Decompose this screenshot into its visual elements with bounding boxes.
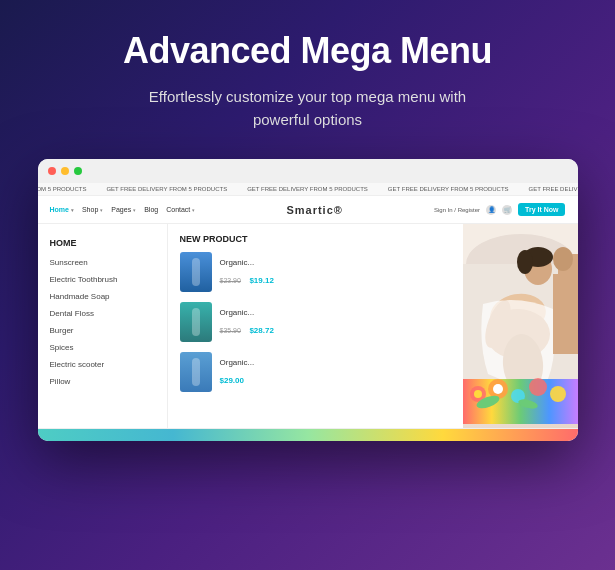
product-name-3: Organic... bbox=[220, 358, 255, 367]
nav-item-blog[interactable]: Blog bbox=[144, 206, 158, 213]
bottom-strip bbox=[38, 429, 578, 441]
sidebar-item-pillow[interactable]: Pillow bbox=[38, 373, 167, 390]
announcement-bar: GET FREE DELIVERY FROM 5 PRODUCTS GET FR… bbox=[38, 183, 578, 196]
product-pricing-2: $35.90 $28.72 bbox=[220, 319, 274, 337]
main-nav: Home ▾ Shop ▾ Pages ▾ Blog Contact ▾ Sma… bbox=[38, 196, 578, 224]
product-pricing-3: $29.00 bbox=[220, 369, 255, 387]
sidebar-item-spices[interactable]: Spices bbox=[38, 339, 167, 356]
product-new-price-1: $19.12 bbox=[249, 276, 273, 285]
product-image-3 bbox=[180, 352, 212, 392]
featured-image bbox=[463, 224, 578, 428]
product-image-1 bbox=[180, 252, 212, 292]
menu-featured-panel bbox=[463, 224, 578, 428]
chevron-icon: ▾ bbox=[100, 207, 103, 213]
browser-dot-yellow bbox=[61, 167, 69, 175]
product-img-shape bbox=[192, 358, 200, 386]
sign-in-link[interactable]: Sign In / Register bbox=[434, 207, 480, 213]
browser-mockup: GET FREE DELIVERY FROM 5 PRODUCTS GET FR… bbox=[38, 159, 578, 441]
menu-sidebar: HOME Sunscreen Electric Toothbrush Handm… bbox=[38, 224, 168, 428]
product-new-price-3: $29.00 bbox=[220, 376, 244, 385]
sidebar-item-sunscreen[interactable]: Sunscreen bbox=[38, 254, 167, 271]
product-old-price-1: $23.90 bbox=[220, 277, 241, 284]
product-name-1: Organic... bbox=[220, 258, 274, 267]
product-info-1: Organic... $23.90 $19.12 bbox=[220, 258, 274, 287]
nav-left: Home ▾ Shop ▾ Pages ▾ Blog Contact ▾ bbox=[50, 206, 196, 213]
announcement-text-3: GET FREE DELIVERY FROM 5 PRODUCTS bbox=[247, 186, 368, 192]
product-info-2: Organic... $35.90 $28.72 bbox=[220, 308, 274, 337]
try-button[interactable]: Try It Now bbox=[518, 203, 565, 216]
chevron-icon: ▾ bbox=[133, 207, 136, 213]
site-logo: Smartic® bbox=[286, 204, 342, 216]
cart-icon[interactable]: 🛒 bbox=[502, 205, 512, 215]
svg-rect-22 bbox=[553, 274, 578, 354]
svg-point-14 bbox=[493, 384, 503, 394]
nav-item-contact[interactable]: Contact ▾ bbox=[166, 206, 195, 213]
nav-item-pages[interactable]: Pages ▾ bbox=[111, 206, 136, 213]
mega-menu-panel: HOME Sunscreen Electric Toothbrush Handm… bbox=[38, 224, 578, 429]
nav-right: Sign In / Register 👤 🛒 Try It Now bbox=[434, 203, 565, 216]
browser-dot-red bbox=[48, 167, 56, 175]
product-info-3: Organic... $29.00 bbox=[220, 358, 255, 387]
sidebar-item-burger[interactable]: Burger bbox=[38, 322, 167, 339]
sidebar-title: HOME bbox=[38, 234, 167, 254]
svg-point-17 bbox=[550, 386, 566, 402]
announcement-text-2: GET FREE DELIVERY FROM 5 PRODUCTS bbox=[106, 186, 227, 192]
announcement-text-4: GET FREE DELIVERY FROM 5 PRODUCTS bbox=[388, 186, 509, 192]
svg-point-12 bbox=[474, 390, 482, 398]
browser-chrome bbox=[38, 159, 578, 183]
svg-point-5 bbox=[517, 250, 533, 274]
nav-item-shop[interactable]: Shop ▾ bbox=[82, 206, 103, 213]
announcement-text-1: GET FREE DELIVERY FROM 5 PRODUCTS bbox=[38, 186, 87, 192]
product-name-2: Organic... bbox=[220, 308, 274, 317]
menu-products: NEW PRODUCT Organic... $23.90 $19.12 bbox=[168, 224, 463, 428]
product-item-1[interactable]: Organic... $23.90 $19.12 bbox=[180, 252, 451, 292]
products-title: NEW PRODUCT bbox=[180, 234, 451, 244]
sidebar-item-toothbrush[interactable]: Electric Toothbrush bbox=[38, 271, 167, 288]
nav-item-home[interactable]: Home ▾ bbox=[50, 206, 74, 213]
announcement-text-5: GET FREE DELIVERY FROM 5 PRODUCTS bbox=[529, 186, 578, 192]
page-title: Advanced Mega Menu bbox=[123, 30, 492, 72]
product-old-price-2: $35.90 bbox=[220, 327, 241, 334]
svg-point-21 bbox=[553, 247, 573, 271]
chevron-icon: ▾ bbox=[192, 207, 195, 213]
product-pricing-1: $23.90 $19.12 bbox=[220, 269, 274, 287]
product-img-shape bbox=[192, 308, 200, 336]
svg-point-16 bbox=[529, 378, 547, 396]
sidebar-item-floss[interactable]: Dental Floss bbox=[38, 305, 167, 322]
hero-subtitle: Effortlessly customize your top mega men… bbox=[149, 86, 466, 131]
product-new-price-2: $28.72 bbox=[249, 326, 273, 335]
product-item-3[interactable]: Organic... $29.00 bbox=[180, 352, 451, 392]
chevron-icon: ▾ bbox=[71, 207, 74, 213]
product-img-shape bbox=[192, 258, 200, 286]
sidebar-item-soap[interactable]: Handmade Soap bbox=[38, 288, 167, 305]
product-image-2 bbox=[180, 302, 212, 342]
sidebar-item-scooter[interactable]: Electric scooter bbox=[38, 356, 167, 373]
user-icon[interactable]: 👤 bbox=[486, 205, 496, 215]
browser-dot-green bbox=[74, 167, 82, 175]
featured-person-svg bbox=[463, 224, 578, 424]
product-item-2[interactable]: Organic... $35.90 $28.72 bbox=[180, 302, 451, 342]
